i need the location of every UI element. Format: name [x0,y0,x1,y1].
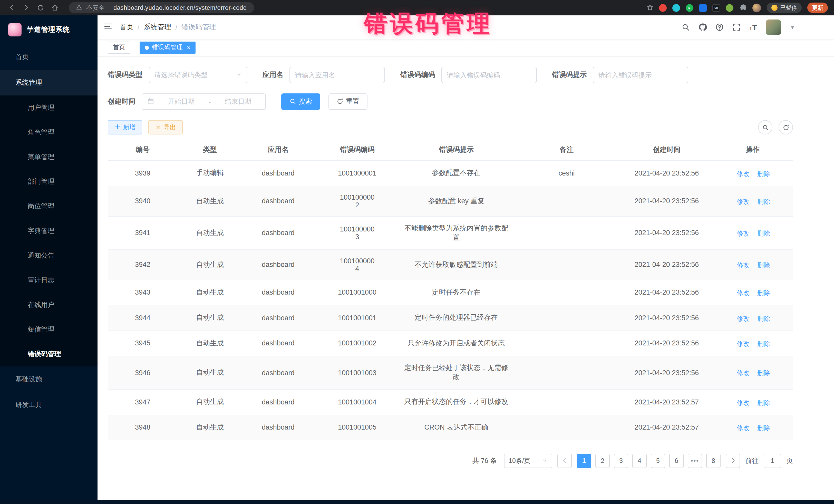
browser-back-icon[interactable] [6,4,18,12]
extension-icon-teal[interactable] [672,4,680,12]
caret-down-icon[interactable]: ▼ [790,24,795,30]
edit-link[interactable]: 修改 [735,289,750,298]
app-window: 芋道管理系统 首页系统管理用户管理角色管理菜单管理部门管理岗位管理字典管理通知公… [0,15,834,500]
cell-code: 1001001005 [314,415,400,440]
delete-link[interactable]: 删除 [756,170,770,178]
pager-page-5[interactable]: 5 [651,454,665,468]
browser-home-icon[interactable] [49,4,61,12]
edit-link[interactable]: 修改 [735,314,750,323]
sidebar-item-dict[interactable]: 字典管理 [0,219,97,243]
breadcrumb-separator: / [137,23,139,31]
breadcrumb-item[interactable]: 系统管理 [144,23,171,32]
view-tab[interactable]: 错误码管理× [139,41,196,53]
error-hint-input[interactable] [593,67,688,83]
pager-page-2[interactable]: 2 [595,454,610,468]
delete-link[interactable]: 删除 [756,198,770,206]
delete-link[interactable]: 删除 [756,369,770,378]
delete-link[interactable]: 删除 [756,314,770,323]
cell-code: 1001001002 [314,330,400,356]
error-type-select[interactable]: 请选择错误码类型 [149,67,247,83]
sidebar-item-label: 用户管理 [28,103,54,112]
browser-reload-icon[interactable] [35,4,46,12]
error-code-input[interactable] [441,67,536,83]
search-button[interactable]: 搜索 [281,93,320,110]
font-size-icon[interactable]: TT [749,23,757,31]
date-range-picker[interactable]: 开始日期 - 结束日期 [142,93,266,110]
pager-prev-button[interactable] [557,454,572,468]
update-button[interactable]: 更新 [807,3,828,13]
goto-page-input[interactable] [764,454,781,468]
sidebar-item-errcode[interactable]: 错误码管理 [0,342,97,367]
sidebar-item-tools[interactable]: 研发工具 [0,392,97,418]
sidebar-item-system[interactable]: 系统管理 [0,70,97,95]
sidebar-item-user[interactable]: 用户管理 [0,95,97,120]
help-icon[interactable] [716,23,724,31]
edit-link[interactable]: 修改 [735,170,750,178]
page-size-select[interactable]: 10条/页 [504,454,552,468]
extension-icon-blue[interactable] [699,4,707,12]
pager-page-3[interactable]: 3 [614,454,628,468]
cell-code: 1001001003 [314,356,400,389]
sidebar-item-role[interactable]: 角色管理 [0,120,97,145]
pager-page-4[interactable]: 4 [632,454,647,468]
edit-link[interactable]: 修改 [735,398,750,407]
hamburger-icon[interactable] [104,22,112,32]
extension-icon-on[interactable]: on [712,4,720,12]
cell-id: 3943 [108,280,178,305]
delete-link[interactable]: 删除 [756,398,770,407]
edit-link[interactable]: 修改 [735,424,750,433]
extension-icon-green[interactable]: ▸ [686,4,694,12]
sidebar-item-dept[interactable]: 部门管理 [0,169,97,194]
sidebar-item-menu[interactable]: 菜单管理 [0,145,97,169]
browser-profile-avatar[interactable] [752,3,761,12]
sidebar-item-audit[interactable]: 审计日志 [0,268,97,292]
pager-page-8[interactable]: 8 [706,454,721,468]
sidebar-item-post[interactable]: 岗位管理 [0,194,97,219]
delete-link[interactable]: 删除 [756,340,770,349]
delete-link[interactable]: 删除 [756,261,770,270]
app-name-input[interactable] [289,67,385,83]
refresh-table-button[interactable] [778,120,793,134]
header-search-icon[interactable] [682,23,690,31]
add-button[interactable]: 新增 [108,120,142,134]
delete-link[interactable]: 删除 [756,289,770,298]
extension-icon-red[interactable] [659,4,667,12]
edit-link[interactable]: 修改 [735,198,750,206]
github-icon[interactable] [699,23,707,31]
edit-link[interactable]: 修改 [735,261,750,270]
breadcrumb-item[interactable]: 首页 [119,23,133,32]
reset-button[interactable]: 重置 [328,93,368,110]
delete-link[interactable]: 删除 [756,229,770,238]
table-row: 3944自动生成dashboard1001001001定时任务的处理器已经存在2… [108,305,793,330]
extensions-puzzle-icon[interactable] [739,4,747,12]
export-button[interactable]: 导出 [148,120,183,134]
sidebar-item-notice[interactable]: 通知公告 [0,243,97,268]
filter-error-code: 错误码编码 [400,67,536,83]
pager-ellipsis[interactable]: ••• [688,454,702,468]
edit-link[interactable]: 修改 [735,369,750,378]
cell-code: 1001001004 [314,389,400,415]
filter-error-hint: 错误码提示 [552,67,688,83]
address-bar[interactable]: 不安全 dashboard.yudao.iocoder.cn/system/er… [69,2,254,13]
sidebar-item-home[interactable]: 首页 [0,44,97,70]
toggle-search-button[interactable] [758,120,772,134]
bookmark-star-icon[interactable] [647,4,653,12]
edit-link[interactable]: 修改 [735,229,750,238]
edit-link[interactable]: 修改 [735,340,750,349]
sidebar-item-online[interactable]: 在线用户 [0,292,97,317]
fullscreen-icon[interactable] [732,23,741,31]
delete-link[interactable]: 删除 [756,424,770,433]
sidebar-item-sms[interactable]: 短信管理 [0,317,97,342]
view-tab[interactable]: 首页 [108,41,130,53]
close-icon[interactable]: × [187,44,191,51]
sidebar-item-infra[interactable]: 基础设施 [0,367,97,392]
paused-badge[interactable]: 已暂停 [767,3,802,13]
pager-page-6[interactable]: 6 [669,454,684,468]
pager-next-button[interactable] [726,454,740,468]
cell-time: 2021-04-20 23:52:56 [621,356,712,389]
user-avatar[interactable] [766,20,781,35]
browser-forward-icon[interactable] [21,4,32,12]
app-logo[interactable]: 芋道管理系统 [0,15,97,44]
pager-page-1[interactable]: 1 [577,454,591,468]
extension-icon-leaf[interactable] [726,4,733,12]
